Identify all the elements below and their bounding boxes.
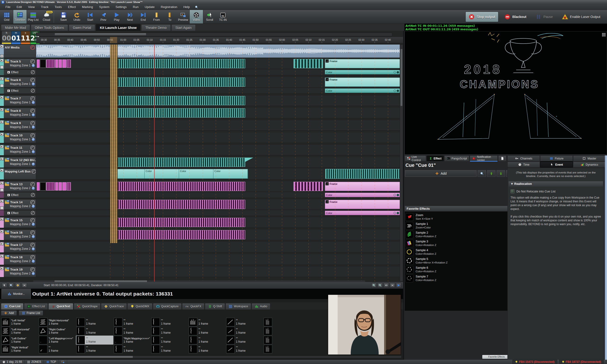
favorite-effect-item[interactable]: Sample 1Zoom+Color	[406, 221, 508, 230]
track-header[interactable]: ▶− Track 13 Mapping Zone 2!	[0, 181, 36, 192]
menu-search-icon[interactable]	[195, 5, 198, 9]
track-header[interactable]: ▶ Mapping Left Bus	[0, 169, 36, 179]
gear-icon[interactable]	[394, 90, 396, 92]
mute-icon[interactable]	[30, 145, 35, 150]
mini-clip[interactable]	[62, 182, 66, 191]
track-header[interactable]: ▶■ A/V Media	[0, 45, 36, 58]
status-fb4-2[interactable]: FB4 18727 (Disconnected)	[559, 360, 604, 364]
cue-item[interactable]: ""1 frame	[113, 345, 151, 353]
checkbox-icon[interactable]	[511, 189, 515, 193]
play-track-icon[interactable]: ▶	[0, 157, 3, 160]
collapse-icon[interactable]: −	[0, 188, 3, 192]
toolbar-play-button[interactable]: Play	[110, 10, 123, 24]
cue-tool-down-button[interactable]	[497, 170, 505, 177]
mute-icon[interactable]	[30, 230, 35, 235]
cue-item[interactable]: ""1 frame	[151, 318, 188, 326]
timeline-tab-make-me-mad[interactable]: Make Me Mad	[1, 25, 30, 31]
event-clip-comb[interactable]	[325, 169, 401, 179]
menu-tools[interactable]: Tools	[52, 5, 65, 9]
timeline-tab-start-again[interactable]: Start Again	[172, 25, 196, 31]
track-header[interactable]: ▶ Track 12 (NO BU.. Mapping Zone 1!	[0, 157, 36, 168]
track-header[interactable]: ▶ Track 15 Mapping Zone 2!	[0, 217, 36, 228]
properties-tab-dynamics[interactable]: Dynamics	[573, 162, 606, 168]
track-header[interactable]: ▶ Track 19 Mapping Zone 2!	[0, 267, 36, 277]
mini-clip[interactable]	[59, 60, 62, 68]
menu-settings[interactable]: Settings	[112, 5, 130, 9]
properties-tab-event[interactable]: Event	[540, 162, 573, 168]
zone-info-icon[interactable]: !	[32, 187, 35, 190]
mini-clip[interactable]	[40, 182, 46, 191]
track-lane[interactable]	[36, 267, 403, 277]
event-clip-bars[interactable]	[293, 59, 323, 68]
track-lane[interactable]	[36, 145, 403, 155]
play-track-icon[interactable]: ▶	[0, 169, 3, 172]
cue-item[interactable]: ""1 frame	[151, 326, 188, 336]
bottom-tab-audio[interactable]: Audio	[251, 303, 270, 310]
cue-item[interactable]: ""1 frame	[226, 345, 263, 353]
bottom-tab-quicktext[interactable]: TQuickText	[48, 303, 73, 310]
play-track-icon[interactable]: ▶	[0, 199, 3, 203]
cue-item[interactable]: ""1 frame	[113, 326, 151, 336]
play-track-icon[interactable]: ▶	[0, 59, 3, 62]
toolbar-start-button[interactable]: Start	[83, 10, 97, 24]
cue-item[interactable]: ""1 frame	[151, 345, 188, 353]
cue-item[interactable]: ""1 frame	[39, 345, 76, 353]
expand-effect-icon[interactable]: ▶	[7, 71, 10, 74]
panel-tab-live-control[interactable]: Live Control	[405, 156, 426, 161]
properties-tab-fixture[interactable]: Fixture	[540, 156, 573, 161]
bottom-tab-q-shift[interactable]: Q-Shift	[205, 303, 225, 310]
track-header[interactable]: ▶ Track 18 Mapping Zone 2!	[0, 254, 36, 265]
timeline-tool-qtrace[interactable]	[15, 283, 20, 288]
frame-event-clip[interactable]: ♪Frame	[325, 78, 400, 87]
bottom-tab-quickfx[interactable]: FXQuickFX	[182, 303, 204, 310]
timeline-tool-mag[interactable]	[9, 283, 14, 288]
track-lane[interactable]	[36, 242, 403, 252]
color-event-clip[interactable]: Color	[325, 211, 400, 215]
gear-icon[interactable]	[394, 194, 396, 196]
pennant-clip[interactable]	[245, 157, 253, 162]
toolbar-undo-button[interactable]: Undo	[70, 10, 83, 24]
toolbar-to-button[interactable]: To	[163, 10, 176, 24]
reallocation-section-header[interactable]: ▼ Reallocation	[509, 181, 603, 186]
keyframe-icon[interactable]	[397, 90, 399, 92]
zone-info-icon[interactable]: !	[32, 205, 35, 208]
timeline-tab-theatre-demo[interactable]: Theatre Demo	[141, 25, 171, 31]
expand-effect-icon[interactable]: ▶	[7, 212, 10, 214]
timeline-zoom-zout[interactable]	[378, 283, 383, 288]
color-event-clip[interactable]: Color	[325, 193, 400, 197]
event-clip-bars[interactable]	[293, 182, 323, 191]
panel-tab-effect[interactable]: ΣEffect	[427, 156, 444, 161]
zone-info-icon[interactable]: !	[32, 82, 35, 86]
event-clip-comb[interactable]	[110, 96, 245, 105]
timeline-tab-gwen-portal[interactable]: Gwen Portal	[69, 25, 95, 31]
status-tcp[interactable]: TCP	[44, 360, 59, 364]
toolbar-scroll-button[interactable]: Scroll	[203, 10, 216, 24]
bottom-tab-quickdmx[interactable]: QuickDMX	[127, 303, 152, 310]
frame-list-button[interactable]: Frame List	[19, 311, 43, 316]
zone-info-icon[interactable]: !	[32, 101, 35, 104]
cue-item[interactable]: ""1 frame	[226, 336, 263, 345]
track-lane[interactable]: Color	[36, 69, 403, 75]
cue-item[interactable]: "Right Vertical"1 frame	[1, 345, 39, 353]
cue-item[interactable]: "Right Mapping<>>>>"1 frame	[113, 336, 151, 345]
event-clip-comb[interactable]	[110, 218, 245, 227]
timeline-zoom-zin[interactable]	[371, 283, 377, 288]
mini-clip[interactable]	[59, 182, 62, 191]
play-track-icon[interactable]: ▶	[0, 108, 3, 111]
properties-tab-time[interactable]: Time	[507, 162, 540, 168]
menu-file[interactable]: File	[2, 5, 13, 9]
bottom-tab-quicktrace[interactable]: QuickTrace	[101, 303, 127, 310]
timeline-vertical-scrollbar[interactable]	[400, 45, 403, 282]
panel-tab-pages-icon[interactable]	[498, 156, 506, 161]
zone-info-icon[interactable]: !	[32, 64, 35, 67]
play-track-icon[interactable]: ▶	[0, 45, 3, 48]
mute-icon[interactable]	[30, 59, 35, 64]
track-header[interactable]: ▶ Track 11 Mapping Zone 1!	[0, 145, 36, 155]
mute-icon[interactable]	[30, 78, 35, 82]
toolbar-tc-in-button[interactable]: 01TC-IN	[216, 10, 229, 24]
menu-run[interactable]: Run	[130, 5, 142, 9]
mute-icon[interactable]	[30, 267, 35, 272]
cue-item[interactable]: ""1 frame	[226, 318, 263, 326]
timeline-tab-kit-launch-laser-show[interactable]: Kit Launch Laser Show	[96, 24, 141, 31]
track-lane[interactable]: Color	[36, 192, 403, 198]
